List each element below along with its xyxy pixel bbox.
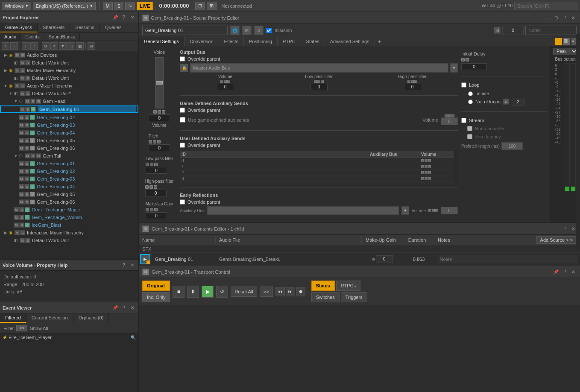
solo-btn[interactable]: S bbox=[20, 83, 25, 88]
expand-icon[interactable]: ▼ bbox=[9, 91, 13, 96]
capture-btn2[interactable]: ⊞ bbox=[207, 2, 217, 10]
tree-item-gem-breaking-01-head[interactable]: M S ♪ Gem_Breaking-01 bbox=[0, 105, 138, 113]
close-icon[interactable]: ✕ bbox=[570, 15, 577, 21]
help-icon[interactable]: ? bbox=[561, 225, 568, 232]
subtab-events[interactable]: Events bbox=[21, 33, 44, 41]
help-icon[interactable]: ? bbox=[561, 269, 568, 275]
filter-btn[interactable]: >> bbox=[16, 325, 27, 331]
tab-sessions[interactable]: Sessions bbox=[70, 23, 100, 32]
game-vol-value[interactable] bbox=[441, 117, 458, 125]
search-icon[interactable]: 🔍 bbox=[130, 334, 137, 341]
close-icon[interactable]: ✕ bbox=[570, 269, 577, 275]
aux-scrollbar[interactable] bbox=[454, 149, 458, 182]
subtab-soundbanks[interactable]: SoundBanks bbox=[44, 33, 80, 41]
mute-btn[interactable]: M bbox=[25, 153, 30, 158]
game-def-override-checkbox[interactable] bbox=[180, 108, 185, 113]
expand-icon[interactable]: ▼ bbox=[14, 154, 18, 158]
solo-btn[interactable]: S bbox=[25, 60, 30, 65]
tab-game-syncs[interactable]: Game Syncs bbox=[0, 23, 38, 32]
knob[interactable] bbox=[461, 58, 465, 61]
solo-btn[interactable]: S bbox=[24, 192, 29, 197]
close-icon[interactable]: ✕ bbox=[129, 304, 136, 311]
vol-value[interactable]: 0 bbox=[217, 84, 234, 90]
event-list[interactable]: ⚡ Fire_IceGem_Player 🔍 bbox=[0, 333, 138, 392]
language-icon[interactable]: 🌐 bbox=[230, 26, 240, 35]
s-btn[interactable]: S bbox=[254, 26, 264, 35]
infinite-radio[interactable] bbox=[468, 91, 473, 96]
tree-item-gem-breaking-04[interactable]: M S ♪ Gem_Breaking-04 bbox=[0, 129, 138, 137]
states-btn[interactable]: States bbox=[311, 281, 335, 291]
mute-btn[interactable]: M bbox=[19, 138, 24, 143]
expand-icon[interactable]: ▶ bbox=[3, 231, 8, 235]
solo-btn[interactable]: S bbox=[24, 199, 29, 205]
mute-btn[interactable]: M bbox=[19, 123, 24, 128]
add-btn[interactable]: + bbox=[2, 42, 9, 50]
mute-btn[interactable]: M bbox=[14, 222, 19, 228]
pin-icon[interactable]: 📌 bbox=[112, 14, 119, 21]
color-swatch-orange[interactable] bbox=[555, 38, 562, 45]
lp-value[interactable]: 0 bbox=[311, 84, 328, 90]
tab-queries[interactable]: Queries bbox=[100, 23, 127, 32]
mute-btn[interactable]: M bbox=[20, 238, 25, 243]
knob[interactable] bbox=[154, 185, 157, 189]
loop-count-input[interactable] bbox=[512, 98, 524, 105]
tree-item-gem-tail[interactable]: ▼ ⬡ M S ⊡ Gem Tail bbox=[0, 152, 138, 160]
solo-btn[interactable]: S bbox=[25, 76, 30, 81]
mute-btn[interactable]: M bbox=[15, 53, 20, 58]
loop-s-btn[interactable]: S bbox=[503, 99, 509, 105]
solo-btn[interactable]: S bbox=[24, 184, 29, 189]
tab-positioning[interactable]: Positioning bbox=[244, 37, 278, 46]
seek-back-btn[interactable]: ⏮ bbox=[275, 287, 285, 296]
expand-btn[interactable]: ▦ bbox=[76, 42, 84, 50]
makeup-input[interactable] bbox=[376, 255, 393, 263]
mute-btn[interactable]: M bbox=[19, 161, 24, 166]
knob[interactable] bbox=[157, 140, 161, 143]
search-icon-area[interactable]: 🔍 bbox=[130, 334, 137, 341]
expand-icon[interactable]: ▶ bbox=[3, 53, 8, 57]
mute-btn[interactable]: M bbox=[19, 130, 24, 135]
minimize-icon[interactable]: — bbox=[544, 15, 551, 21]
no-loops-radio[interactable] bbox=[468, 99, 473, 104]
mute-btn[interactable]: M bbox=[15, 83, 20, 88]
tab-conversion[interactable]: Conversion bbox=[185, 37, 219, 46]
loop-checkbox[interactable] bbox=[461, 82, 466, 88]
play-btn[interactable]: ▶ bbox=[202, 286, 214, 298]
extra-btn[interactable]: ⊡ bbox=[36, 99, 41, 104]
tree-item-gem-breaking-05[interactable]: M S ♪ Gem_Breaking-05 bbox=[0, 137, 138, 144]
pin-icon[interactable]: 📌 bbox=[553, 269, 559, 275]
initial-delay-value[interactable] bbox=[461, 63, 487, 70]
inclusion-checkbox[interactable] bbox=[266, 28, 272, 33]
reset-all-btn[interactable]: Reset All bbox=[231, 287, 257, 297]
knob[interactable] bbox=[314, 80, 317, 83]
refresh-btn[interactable]: ↺ bbox=[50, 42, 58, 50]
user-def-override-checkbox[interactable] bbox=[180, 143, 185, 148]
mute-btn[interactable]: M bbox=[19, 184, 24, 189]
capture-btn[interactable]: ⊡ bbox=[195, 2, 205, 10]
knob[interactable] bbox=[154, 208, 158, 211]
solo-btn[interactable]: S bbox=[20, 230, 25, 235]
solo-btn[interactable]: S bbox=[20, 53, 25, 58]
makeup-value[interactable]: 0 bbox=[146, 212, 167, 219]
solo-btn[interactable]: S bbox=[25, 91, 30, 96]
pitch-value[interactable]: 0 bbox=[149, 144, 170, 151]
solo-btn[interactable]: S bbox=[25, 238, 30, 243]
knob[interactable] bbox=[411, 80, 414, 83]
knob[interactable] bbox=[445, 114, 448, 117]
bus-lock-icon[interactable]: 🔒 bbox=[180, 64, 188, 72]
close-icon[interactable]: ✕ bbox=[129, 262, 136, 269]
mute-btn[interactable]: M bbox=[20, 107, 25, 112]
knob[interactable] bbox=[466, 58, 469, 61]
mute-btn[interactable]: M bbox=[19, 146, 24, 151]
subtab-audio[interactable]: Audio bbox=[0, 33, 21, 41]
sound-name-input[interactable] bbox=[142, 26, 228, 35]
tree-item-recharge-magic[interactable]: M S ♪ Gem_Recharge_Magic bbox=[0, 206, 138, 214]
tab-general[interactable]: General Settings bbox=[139, 37, 185, 46]
mute-btn[interactable]: M bbox=[20, 76, 25, 81]
tree-item-gem-breaking-06[interactable]: M S ♪ Gem_Breaking-06 bbox=[0, 144, 138, 152]
solo-btn[interactable]: S bbox=[25, 107, 30, 112]
volume-fader[interactable] bbox=[155, 57, 164, 108]
use-game-checkbox[interactable] bbox=[180, 117, 185, 123]
solo-btn[interactable]: S bbox=[24, 130, 29, 135]
link-btn[interactable]: ⊞ bbox=[88, 42, 95, 50]
collapse-btn[interactable]: □ bbox=[67, 42, 75, 50]
